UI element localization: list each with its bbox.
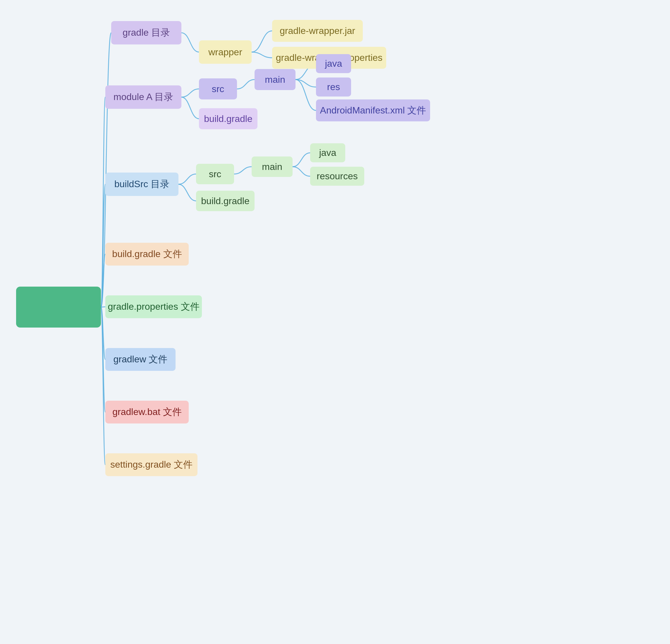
- main-module-node: main: [255, 69, 295, 90]
- java-buildsrc-node: java: [310, 143, 345, 162]
- src-buildsrc-node: src: [196, 164, 234, 184]
- java-module-node: java: [316, 54, 351, 73]
- res-module-node: res: [316, 78, 351, 96]
- root-node: [16, 287, 101, 328]
- build-gradle-module-node: build.gradle: [199, 108, 257, 129]
- build-gradle-buildsrc-node: build.gradle: [196, 191, 255, 211]
- src-module-node: src: [199, 78, 237, 99]
- android-manifest-node: AndroidManifest.xml 文件: [316, 99, 430, 121]
- gradle-dir-node: gradle 目录: [111, 21, 182, 44]
- gradlew-file-node: gradlew 文件: [105, 348, 176, 371]
- resources-buildsrc-node: resources: [310, 167, 364, 186]
- build-gradle-file-node: build.gradle 文件: [105, 243, 189, 265]
- main-buildsrc-node: main: [252, 156, 293, 177]
- buildsrc-dir-node: buildSrc 目录: [105, 173, 178, 196]
- gradle-properties-file-node: gradle.properties 文件: [105, 296, 202, 318]
- gradle-wrapper-jar-node: gradle-wrapper.jar: [272, 20, 363, 42]
- wrapper-node: wrapper: [199, 40, 252, 64]
- settings-gradle-file-node: settings.gradle 文件: [105, 453, 198, 476]
- module-a-dir-node: module A 目录: [105, 85, 182, 109]
- gradlew-bat-file-node: gradlew.bat 文件: [105, 401, 189, 424]
